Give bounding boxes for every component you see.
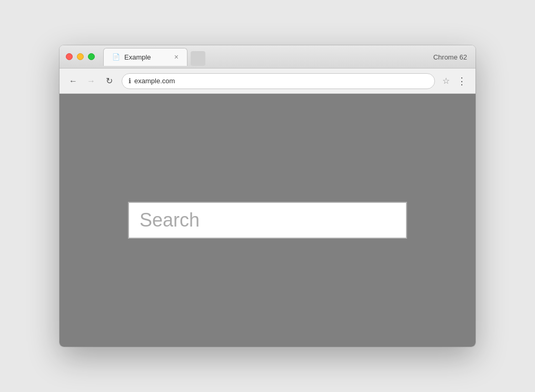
forward-icon: → xyxy=(87,76,95,86)
bookmark-button[interactable]: ☆ xyxy=(440,76,452,86)
browser-tab[interactable]: 📄 Example × xyxy=(103,48,187,66)
menu-button[interactable]: ⋮ xyxy=(455,75,469,87)
tab-close-button[interactable]: × xyxy=(174,53,179,61)
reload-icon: ↻ xyxy=(106,76,113,86)
maximize-button[interactable] xyxy=(88,53,95,60)
chrome-version-label: Chrome 62 xyxy=(433,53,467,61)
new-tab-button[interactable] xyxy=(191,51,205,66)
address-bar[interactable]: ℹ example.com xyxy=(122,73,435,89)
search-input[interactable] xyxy=(128,202,407,239)
tab-page-icon: 📄 xyxy=(112,53,120,61)
reload-button[interactable]: ↻ xyxy=(102,74,116,89)
back-button[interactable]: ← xyxy=(66,74,81,89)
minimize-button[interactable] xyxy=(77,53,84,60)
close-button[interactable] xyxy=(66,53,73,60)
navigation-bar: ← → ↻ ℹ example.com ☆ ⋮ xyxy=(60,68,475,94)
forward-button[interactable]: → xyxy=(84,74,98,89)
page-content xyxy=(60,94,475,347)
url-display: example.com xyxy=(134,77,428,85)
browser-window: 📄 Example × Chrome 62 ← → ↻ ℹ example.co… xyxy=(60,45,475,347)
title-bar: 📄 Example × Chrome 62 xyxy=(60,45,475,68)
security-icon: ℹ xyxy=(128,77,131,85)
window-controls xyxy=(66,53,95,60)
back-icon: ← xyxy=(69,76,77,86)
search-input-container xyxy=(128,202,407,239)
tab-bar: 📄 Example × xyxy=(103,48,469,66)
tab-title: Example xyxy=(124,53,170,61)
